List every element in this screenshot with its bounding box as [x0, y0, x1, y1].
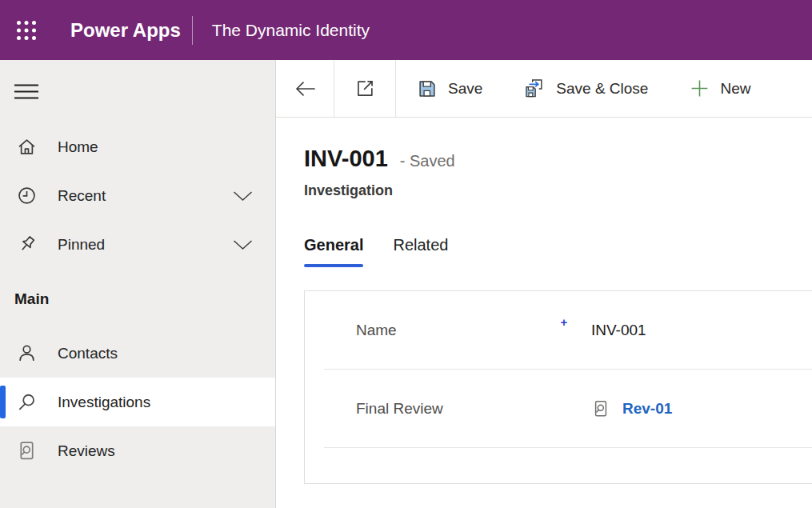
- chevron-down-icon[interactable]: [232, 190, 254, 202]
- person-icon: [16, 342, 38, 364]
- plus-icon: [690, 78, 710, 98]
- sidebar-item-label: Home: [58, 138, 98, 156]
- sidebar-nav-main: Contacts Investigations: [0, 329, 275, 475]
- waffle-icon[interactable]: [15, 19, 38, 42]
- review-icon: [16, 440, 38, 462]
- clock-icon: [16, 185, 38, 206]
- record-title: INV-001: [304, 146, 388, 172]
- sidebar-item-pinned[interactable]: Pinned: [0, 220, 275, 269]
- hamburger-menu-button[interactable]: [14, 84, 38, 99]
- form-field-final-review: Final Review Rev-01: [305, 370, 812, 447]
- home-icon: [16, 136, 38, 158]
- main-panel: Save Save & Close: [276, 60, 812, 508]
- expand-form-button[interactable]: [334, 60, 395, 117]
- field-label: Final Review: [356, 400, 548, 418]
- sidebar-nav-top: Home Recent: [0, 122, 275, 269]
- sidebar-item-label: Pinned: [58, 236, 105, 254]
- back-button[interactable]: [276, 60, 334, 117]
- save-and-close-button[interactable]: Save & Close: [503, 60, 669, 117]
- save-icon: [417, 78, 438, 99]
- recommended-indicator: +: [548, 315, 580, 329]
- sidebar-item-home[interactable]: Home: [0, 122, 275, 171]
- new-button-label: New: [720, 80, 750, 98]
- hamburger-icon: [14, 84, 38, 99]
- form-tabs: General Related: [304, 234, 812, 267]
- save-and-close-icon: [524, 78, 546, 99]
- tab-general[interactable]: General: [304, 234, 363, 267]
- lookup-link-rev-01[interactable]: Rev-01: [622, 400, 672, 418]
- sidebar-item-label: Contacts: [58, 345, 118, 362]
- waffle-icon-svg: [15, 19, 38, 42]
- field-value-text[interactable]: INV-001: [591, 322, 646, 339]
- sidebar-item-reviews[interactable]: Reviews: [0, 426, 275, 475]
- new-button[interactable]: New: [669, 60, 771, 117]
- tab-related[interactable]: Related: [393, 234, 448, 267]
- chevron-down-icon[interactable]: [232, 238, 254, 250]
- card-bottom-space: [305, 448, 812, 483]
- review-lookup-icon: [591, 399, 610, 418]
- field-label: Name: [356, 322, 548, 339]
- record-entity-type: Investigation: [304, 182, 812, 199]
- save-button[interactable]: Save: [396, 60, 503, 117]
- product-title[interactable]: Power Apps: [70, 19, 181, 42]
- pin-icon: [16, 234, 38, 255]
- app-name[interactable]: The Dynamic Identity: [212, 21, 370, 40]
- sidebar-item-label: Recent: [58, 187, 106, 205]
- app-header: Power Apps The Dynamic Identity: [0, 0, 812, 60]
- save-and-close-button-label: Save & Close: [556, 80, 648, 98]
- sidebar: Home Recent: [0, 60, 276, 508]
- sidebar-item-label: Reviews: [58, 442, 115, 460]
- magnifier-icon: [16, 391, 38, 413]
- popout-icon: [354, 78, 376, 99]
- sidebar-item-investigations[interactable]: Investigations: [0, 378, 275, 426]
- sidebar-item-recent[interactable]: Recent: [0, 171, 275, 220]
- sidebar-section-main: Main: [14, 290, 275, 306]
- record-header: INV-001 - Saved: [304, 146, 812, 172]
- record-save-status: - Saved: [400, 152, 455, 170]
- form-field-name: Name + INV-001: [305, 291, 812, 369]
- back-arrow-icon: [293, 78, 317, 99]
- sidebar-item-label: Investigations: [58, 394, 150, 411]
- save-button-label: Save: [448, 80, 482, 98]
- header-divider: [192, 16, 193, 45]
- form-section-card: Name + INV-001 Final Review: [304, 290, 812, 484]
- lookup-value[interactable]: Rev-01: [591, 399, 672, 418]
- sidebar-item-contacts[interactable]: Contacts: [0, 329, 275, 378]
- record-content: INV-001 - Saved Investigation General Re…: [276, 118, 812, 484]
- command-bar: Save Save & Close: [276, 60, 812, 118]
